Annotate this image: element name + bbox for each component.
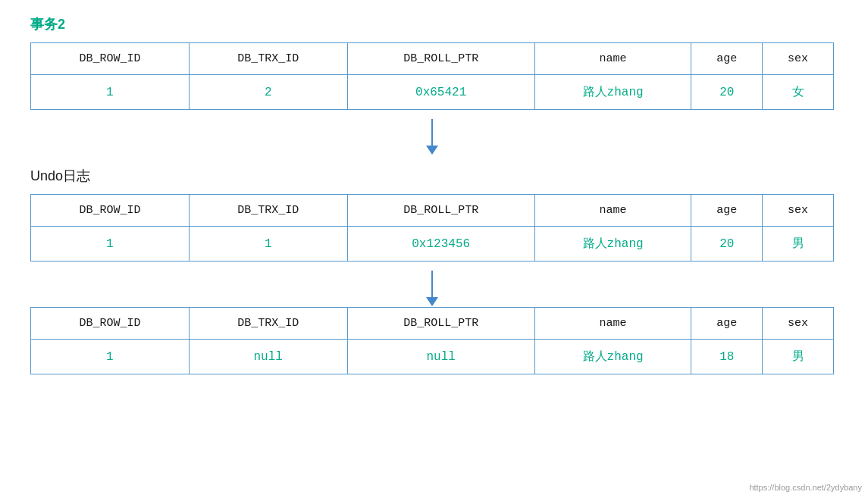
undo2-table: DB_ROW_IDDB_TRX_IDDB_ROLL_PTRnameagesex … [30, 307, 834, 374]
arrow2-head [426, 297, 438, 306]
section-transaction2: 事务2 DB_ROW_IDDB_TRX_IDDB_ROLL_PTRnameage… [30, 15, 838, 110]
table-cell: 20 [691, 227, 763, 262]
undo2-table-wrapper: DB_ROW_IDDB_TRX_IDDB_ROLL_PTRnameagesex … [30, 307, 838, 374]
arrow1-down [426, 119, 438, 155]
table-cell: 1 [31, 340, 190, 374]
table-header-cell: sex [763, 308, 834, 340]
table-header-cell: age [691, 43, 763, 75]
undo1-tbody: 110x123456路人zhang20男 [31, 227, 834, 262]
undo1-header-row: DB_ROW_IDDB_TRX_IDDB_ROLL_PTRnameagesex [31, 195, 834, 227]
table-cell: null [347, 340, 534, 374]
arrow2-down [426, 271, 438, 306]
transaction2-table: DB_ROW_IDDB_TRX_IDDB_ROLL_PTRnameagesex … [30, 42, 834, 110]
table-header-cell: sex [763, 43, 834, 75]
table-header-cell: name [534, 195, 691, 227]
table-cell: null [189, 340, 347, 374]
table-header-cell: sex [763, 195, 834, 227]
table-cell: 路人zhang [534, 340, 691, 374]
undo2-header-row: DB_ROW_IDDB_TRX_IDDB_ROLL_PTRnameagesex [31, 308, 834, 340]
table-header-cell: DB_ROLL_PTR [347, 308, 534, 340]
table-header-cell: name [534, 43, 691, 75]
table-cell: 1 [31, 75, 190, 110]
transaction2-table-wrapper: DB_ROW_IDDB_TRX_IDDB_ROLL_PTRnameagesex … [30, 42, 838, 110]
watermark: https://blog.csdn.net/2ydybany [749, 483, 862, 492]
table-header-cell: DB_ROW_ID [31, 195, 190, 227]
table-header-cell: DB_ROW_ID [31, 308, 190, 340]
undo-label: Undo日志 [30, 167, 838, 185]
table-cell: 0x123456 [347, 227, 534, 262]
arrow1-wrapper [30, 117, 834, 155]
table-header-row: DB_ROW_IDDB_TRX_IDDB_ROLL_PTRnameagesex [31, 43, 834, 75]
table-header-cell: name [534, 308, 691, 340]
table-header-cell: age [691, 308, 763, 340]
undo2-tbody: 1nullnull路人zhang18男 [31, 340, 834, 374]
table-header-cell: DB_TRX_ID [189, 43, 347, 75]
undo1-table-wrapper: DB_ROW_IDDB_TRX_IDDB_ROLL_PTRnameagesex … [30, 194, 838, 262]
table-cell: 20 [691, 75, 763, 110]
table-cell: 女 [763, 75, 834, 110]
table-header-cell: DB_ROLL_PTR [347, 195, 534, 227]
arrow2-line [431, 271, 433, 297]
table-cell: 男 [763, 340, 834, 374]
table-cell: 2 [189, 75, 347, 110]
arrow2-wrapper [30, 269, 834, 307]
table-header-cell: DB_TRX_ID [189, 195, 347, 227]
table-cell: 1 [189, 227, 347, 262]
table-cell: 路人zhang [534, 75, 691, 110]
table-header-cell: age [691, 195, 763, 227]
section-undo1: DB_ROW_IDDB_TRX_IDDB_ROLL_PTRnameagesex … [30, 194, 838, 262]
arrow1-line [431, 119, 433, 146]
transaction2-title: 事务2 [30, 15, 838, 33]
table-cell: 路人zhang [534, 227, 691, 262]
table-cell: 1 [31, 227, 190, 262]
table-cell: 男 [763, 227, 834, 262]
table-header-cell: DB_TRX_ID [189, 308, 347, 340]
section-undo2: DB_ROW_IDDB_TRX_IDDB_ROLL_PTRnameagesex … [30, 307, 838, 374]
transaction2-tbody: 120x65421路人zhang20女 [31, 75, 834, 110]
table-row: 1nullnull路人zhang18男 [31, 340, 834, 374]
undo1-table: DB_ROW_IDDB_TRX_IDDB_ROLL_PTRnameagesex … [30, 194, 834, 262]
table-header-cell: DB_ROW_ID [31, 43, 190, 75]
table-header-cell: DB_ROLL_PTR [347, 43, 534, 75]
arrow1-head [426, 146, 438, 155]
table-cell: 18 [691, 340, 763, 374]
table-cell: 0x65421 [347, 75, 534, 110]
table-row: 110x123456路人zhang20男 [31, 227, 834, 262]
table-row: 120x65421路人zhang20女 [31, 75, 834, 110]
